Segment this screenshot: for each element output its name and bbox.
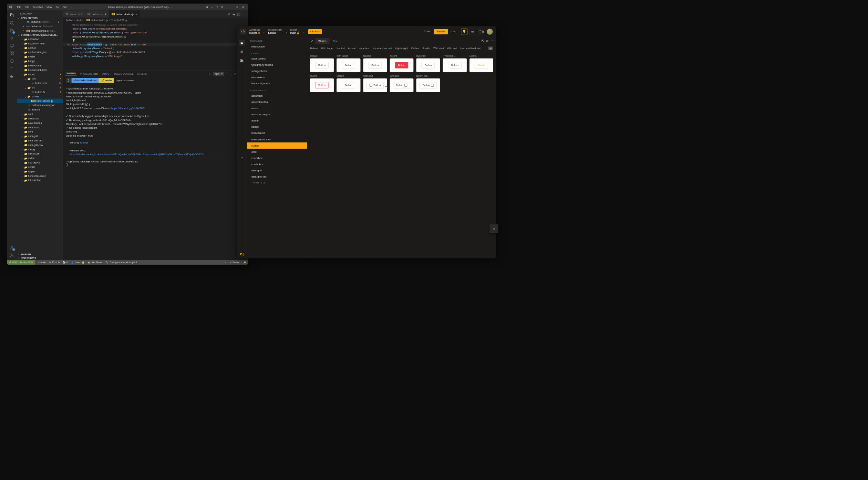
layout-customize-icon[interactable]: ⊞	[220, 5, 225, 9]
tree-item-breadcrumb-item[interactable]: ›📁breadcrumb-item	[17, 68, 63, 72]
status-branch[interactable]: ⎇main	[35, 261, 47, 264]
sidebar-item-data-grid[interactable]: data-grid	[247, 167, 307, 173]
status-tuning[interactable]: 🔧Tuning code-workshop-kit	[104, 261, 138, 264]
minimize-button[interactable]: ─	[227, 4, 233, 9]
library-icon[interactable]: 📚	[239, 57, 245, 63]
open-editors-header[interactable]: ⌄OPEN EDITORS	[17, 16, 63, 20]
sidebar-item-breadcrumb-item[interactable]: breadcrumb-item	[247, 136, 307, 142]
maximize-button[interactable]: □	[234, 4, 240, 9]
account-icon[interactable]: 1	[9, 245, 14, 250]
tree-item-anchored-region[interactable]: ›📁anchored-region	[17, 50, 63, 55]
filter-icon-in-default-slot[interactable]: Icon in default slot	[460, 46, 480, 50]
collapse-panel-button[interactable]: «	[489, 224, 498, 233]
chevron-down-icon[interactable]: ⌄	[285, 30, 288, 33]
story-card-icon-in-def-[interactable]: Icon in def…Button	[416, 75, 440, 92]
preview-url-link[interactable]: https://studio.backlight.dev//review/xS1…	[70, 152, 246, 156]
tree-item-flipper[interactable]: ›📁flipper	[17, 169, 63, 174]
sidebar-item-misc-tokens[interactable]: misc-tokens	[247, 74, 307, 81]
tree-item-horizontal-scroll[interactable]: ›📁horizontal-scroll	[17, 174, 63, 178]
filter-with-target[interactable]: With target	[321, 46, 333, 50]
npm-scripts-header[interactable]: ›NPM SCRIPTS	[17, 256, 63, 260]
open-external-icon[interactable]: ⇱	[482, 39, 484, 43]
tree-item-data-grid-cell[interactable]: ›📁data-grid-cell	[17, 138, 63, 143]
tree-item-accordion-item[interactable]: ›📁accordion-item	[17, 41, 63, 46]
tree-item-accordion[interactable]: ›📁accordion	[17, 37, 63, 41]
share-icon[interactable]: ▭	[469, 28, 476, 35]
editor-tab-button-ts[interactable]: TSbutton.ts1	[63, 10, 85, 18]
notification-icon[interactable]: ((·))	[478, 28, 485, 35]
design-system-selector[interactable]: design system furious	[268, 29, 282, 34]
tab-debug[interactable]: DEBUG CONSOLE	[114, 73, 134, 75]
tree-item-doc-layout[interactable]: ›📁doc-layout	[17, 160, 63, 165]
chevron-down-icon[interactable]: ⌄	[263, 30, 265, 33]
tree-item-anchor[interactable]: ›📁anchor	[17, 46, 63, 50]
menu-go[interactable]: Go	[54, 6, 61, 8]
root-files-header[interactable]: ›ROOT FILES	[247, 180, 307, 185]
sidebar-item-introduction[interactable]: introduction	[247, 43, 307, 50]
settings-icon[interactable]	[9, 252, 14, 258]
tree-item-checkbox[interactable]: ›📁checkbox	[17, 116, 63, 121]
filter-with-end[interactable]: With end	[447, 46, 457, 50]
sidebar-item-breadcrumb[interactable]: breadcrumb	[247, 130, 307, 136]
help-icon[interactable]: ?	[239, 155, 245, 161]
story-card-outline[interactable]: OutlineButton	[310, 75, 334, 92]
sidebar-item-anchor[interactable]: anchor	[247, 105, 307, 111]
more-icon[interactable]: ⋯	[242, 12, 246, 16]
story-card-with-end[interactable]: With endButton	[390, 75, 414, 92]
tree-item-stories[interactable]: ⌄📂stories	[17, 94, 63, 99]
editor[interactable]: Mikhail Bashkirov, 8 months ago | 1 auth…	[63, 22, 248, 71]
menu-more[interactable]: …	[69, 6, 75, 8]
filter-hypertext[interactable]: Hypertext	[359, 46, 370, 50]
terminal-dropdown-icon[interactable]: ⌄	[230, 73, 232, 75]
filter-hypertext-no-href[interactable]: Hypertext no href	[373, 46, 392, 50]
nav-doc[interactable]: Doc	[449, 29, 459, 34]
open-editor-item[interactable]: ×JSbutton.stories.jsbutt…	[17, 29, 63, 33]
sidebar-item-card[interactable]: card	[247, 149, 307, 155]
filter-stealth[interactable]: Stealth	[422, 46, 430, 50]
status-prettier[interactable]: ✓Prettier	[228, 261, 242, 264]
expand-icon[interactable]: ⤢	[309, 38, 315, 44]
menu-edit[interactable]: Edit	[23, 6, 31, 8]
story-card-accent[interactable]: AccentButton	[390, 55, 414, 72]
status-liveshare[interactable]: ◉Live Share	[86, 261, 104, 264]
search-icon[interactable]	[9, 20, 14, 25]
live-share-icon[interactable]	[9, 58, 14, 64]
tree-item-button-ts[interactable]: TSbutton.ts1	[17, 90, 63, 94]
tab-problems[interactable]: PROBLEMS36	[80, 73, 98, 75]
sidebar-item-anchored-region[interactable]: anchored-region	[247, 111, 307, 118]
tree-item-button-stories-js[interactable]: JSbutton.stories.js	[17, 99, 63, 103]
packages-icon[interactable]: ▣	[239, 40, 245, 45]
task-icon[interactable]: ▷	[209, 73, 211, 75]
layout-right-icon[interactable]: ▯	[215, 5, 219, 9]
new-terminal-icon[interactable]: +	[226, 73, 228, 75]
sidebar-item-avatar[interactable]: avatar	[247, 118, 307, 124]
tree-item-data-grid-row[interactable]: ›📁data-grid-row	[17, 143, 63, 147]
tree-item-card[interactable]: ›📁card	[17, 112, 63, 116]
open-editor-item[interactable]: ●MDbutton.mdbutton/doc	[17, 24, 63, 29]
status-remote[interactable]: ⇌WSL: Ubuntu-20.04	[7, 260, 35, 265]
terminal[interactable]: ❯ ~/c/starter-furious ⎇ main npm run ser…	[63, 77, 248, 199]
docker-icon[interactable]	[9, 73, 14, 79]
tree-item-dockit[interactable]: ›📁dockit	[17, 165, 63, 169]
tree-item-divider[interactable]: ›📁divider	[17, 156, 63, 161]
tree-item-breadcrumb[interactable]: ›📁breadcrumb	[17, 63, 63, 68]
close-icon[interactable]: ×	[135, 12, 137, 15]
filter-default[interactable]: Default	[310, 46, 318, 50]
nav-review[interactable]: Review	[434, 29, 448, 34]
filter-neutral[interactable]: Neutral	[337, 46, 344, 50]
sidebar-item-badge[interactable]: badge	[247, 124, 307, 130]
tree-item-button[interactable]: ⌄📂button●	[17, 72, 63, 77]
breadcrumb[interactable]: button› stories› JSbutton.stories.js› ⬡d…	[63, 18, 248, 22]
structure-icon[interactable]: ⊞	[239, 49, 245, 54]
branch-selector[interactable]: Branch main 🔒	[290, 29, 300, 34]
filter-lightweight[interactable]: Lightweight	[395, 46, 408, 50]
sidebar-item-sizing-tokens[interactable]: sizing-tokens	[247, 68, 307, 74]
chevron-down-icon[interactable]: ⌄	[303, 30, 305, 33]
sidebar-item-button[interactable]: button	[247, 142, 307, 149]
more-icon[interactable]: ⋯	[491, 39, 494, 43]
status-problems[interactable]: ⊗35 ⚠0	[47, 261, 61, 264]
explorer-icon[interactable]	[9, 12, 14, 18]
filter-with-start[interactable]: With start	[433, 46, 444, 50]
open-editor-item[interactable]: TSbutton.tsbutton/…1	[17, 20, 63, 24]
tree-item-disclosure[interactable]: ›📁disclosure	[17, 152, 63, 156]
